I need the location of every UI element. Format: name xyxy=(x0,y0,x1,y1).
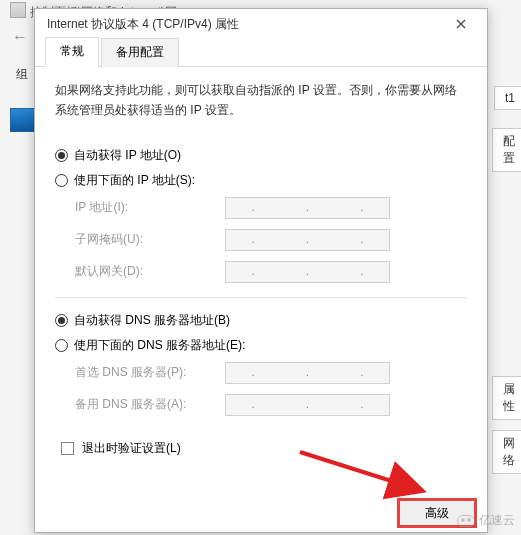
bg-right-config[interactable]: 配置 xyxy=(492,128,521,172)
bg-right-network: 网络 xyxy=(492,430,521,474)
alternate-dns-label: 备用 DNS 服务器(A): xyxy=(75,396,225,413)
field-alternate-dns: 备用 DNS 服务器(A): ... xyxy=(55,394,467,416)
ip-group: 自动获得 IP 地址(O) 使用下面的 IP 地址(S): IP 地址(I): … xyxy=(55,147,467,283)
radio-icon xyxy=(55,149,68,162)
radio-ip-manual-label: 使用下面的 IP 地址(S): xyxy=(74,172,195,189)
radio-dns-auto-label: 自动获得 DNS 服务器地址(B) xyxy=(74,312,230,329)
radio-ip-manual[interactable]: 使用下面的 IP 地址(S): xyxy=(55,172,467,189)
radio-dns-manual-label: 使用下面的 DNS 服务器地址(E): xyxy=(74,337,245,354)
close-icon xyxy=(456,19,466,29)
default-gateway-label: 默认网关(D): xyxy=(75,263,225,280)
preferred-dns-label: 首选 DNS 服务器(P): xyxy=(75,364,225,381)
dns-group: 自动获得 DNS 服务器地址(B) 使用下面的 DNS 服务器地址(E): 首选… xyxy=(55,312,467,416)
svg-line-0 xyxy=(300,452,423,491)
field-default-gateway: 默认网关(D): ... xyxy=(55,261,467,283)
field-subnet-mask: 子网掩码(U): ... xyxy=(55,229,467,251)
tab-general[interactable]: 常规 xyxy=(45,37,99,67)
close-button[interactable] xyxy=(441,11,481,37)
watermark-icon xyxy=(457,515,475,527)
alternate-dns-input[interactable]: ... xyxy=(225,394,390,416)
tabbar: 常规 备用配置 xyxy=(35,39,487,67)
preferred-dns-input[interactable]: ... xyxy=(225,362,390,384)
field-preferred-dns: 首选 DNS 服务器(P): ... xyxy=(55,362,467,384)
radio-ip-auto[interactable]: 自动获得 IP 地址(O) xyxy=(55,147,467,164)
back-arrow-icon[interactable]: ← xyxy=(12,28,28,46)
bg-right-properties[interactable]: 属性 xyxy=(492,376,521,420)
ipv4-properties-dialog: Internet 协议版本 4 (TCP/IPv4) 属性 常规 备用配置 如果… xyxy=(34,8,488,533)
validate-on-exit-row[interactable]: 退出时验证设置(L) xyxy=(55,440,467,457)
subnet-mask-label: 子网掩码(U): xyxy=(75,231,225,248)
radio-icon xyxy=(55,174,68,187)
description-text: 如果网络支持此功能，则可以获取自动指派的 IP 设置。否则，你需要从网络系统管理… xyxy=(55,81,467,121)
watermark: 亿速云 xyxy=(457,512,515,529)
radio-icon xyxy=(55,314,68,327)
dialog-title: Internet 协议版本 4 (TCP/IPv4) 属性 xyxy=(47,16,441,33)
default-gateway-input[interactable]: ... xyxy=(225,261,390,283)
field-ip-address: IP 地址(I): ... xyxy=(55,197,467,219)
radio-icon xyxy=(55,339,68,352)
dialog-titlebar: Internet 协议版本 4 (TCP/IPv4) 属性 xyxy=(35,9,487,39)
radio-ip-auto-label: 自动获得 IP 地址(O) xyxy=(74,147,181,164)
organize-label: 组 xyxy=(16,66,28,83)
radio-dns-manual[interactable]: 使用下面的 DNS 服务器地址(E): xyxy=(55,337,467,354)
subnet-mask-input[interactable]: ... xyxy=(225,229,390,251)
watermark-text: 亿速云 xyxy=(479,512,515,529)
bg-right-t1: t1 xyxy=(494,86,521,110)
ip-address-input[interactable]: ... xyxy=(225,197,390,219)
validate-on-exit-label: 退出时验证设置(L) xyxy=(82,440,181,457)
control-panel-icon xyxy=(10,2,26,18)
ip-address-label: IP 地址(I): xyxy=(75,199,225,216)
dialog-content: 如果网络支持此功能，则可以获取自动指派的 IP 设置。否则，你需要从网络系统管理… xyxy=(35,67,487,532)
divider xyxy=(55,297,467,298)
checkbox-icon xyxy=(61,442,74,455)
tab-alternate[interactable]: 备用配置 xyxy=(101,38,179,67)
radio-dns-auto[interactable]: 自动获得 DNS 服务器地址(B) xyxy=(55,312,467,329)
